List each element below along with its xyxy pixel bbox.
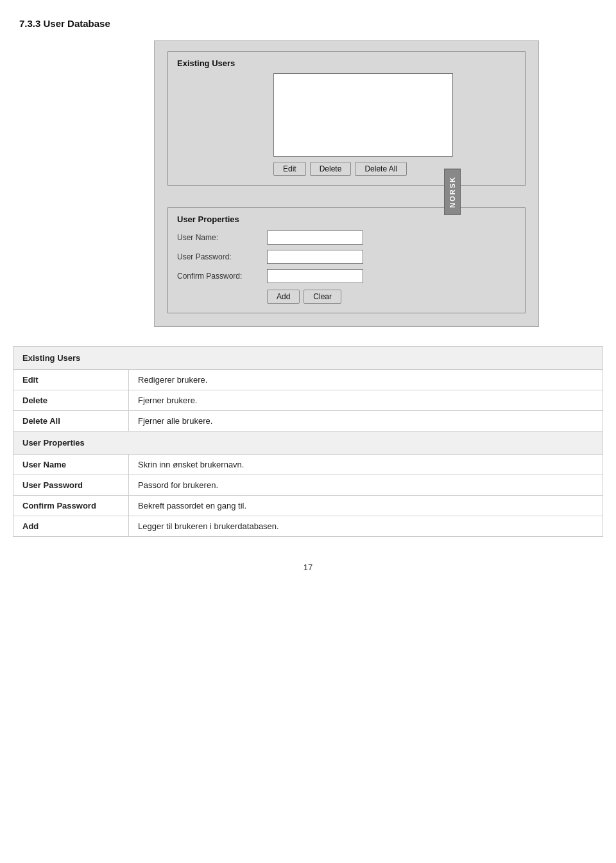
row-description: Skrin inn ønsket brukernavn. (129, 455, 603, 475)
page-number: 17 (0, 562, 616, 591)
row-label: Delete All (13, 411, 129, 432)
table-row: DeleteFjerner brukere. (13, 390, 603, 411)
existing-users-buttons: Edit Delete Delete All (273, 162, 516, 176)
section-existing-users: Existing Users (13, 347, 603, 370)
confirm-row: Confirm Password: (177, 269, 516, 283)
edit-button[interactable]: Edit (273, 162, 306, 176)
username-input[interactable] (267, 231, 363, 245)
row-description: Fjerner alle brukere. (129, 411, 603, 432)
user-properties-buttons: Add Clear (267, 290, 516, 304)
screenshot-panel: Existing Users Edit Delete Delete All Us… (154, 40, 539, 327)
table-row: Confirm PasswordBekreft passordet en gan… (13, 496, 603, 516)
row-label: Delete (13, 390, 129, 411)
table-row: User NameSkrin inn ønsket brukernavn. (13, 455, 603, 475)
row-label: User Name (13, 455, 129, 475)
table-row: User PasswordPassord for brukeren. (13, 475, 603, 496)
row-description: Legger til brukeren i brukerdatabasen. (129, 516, 603, 537)
password-row: User Password: (177, 250, 516, 264)
table-row: EditRedigerer brukere. (13, 370, 603, 390)
username-row: User Name: (177, 231, 516, 245)
table-row: AddLegger til brukeren i brukerdatabasen… (13, 516, 603, 537)
row-description: Fjerner brukere. (129, 390, 603, 411)
add-button[interactable]: Add (267, 290, 300, 304)
password-input[interactable] (267, 250, 363, 264)
row-label: Confirm Password (13, 496, 129, 516)
norsk-tab: NORSK (444, 169, 461, 215)
row-label: Edit (13, 370, 129, 390)
clear-button[interactable]: Clear (304, 290, 341, 304)
section-user-properties: User Properties (13, 432, 603, 455)
existing-users-title: Existing Users (177, 58, 516, 68)
delete-all-button[interactable]: Delete All (355, 162, 407, 176)
user-properties-title: User Properties (177, 214, 516, 224)
row-description: Redigerer brukere. (129, 370, 603, 390)
description-table-wrap: Existing UsersEditRedigerer brukere.Dele… (13, 346, 603, 537)
row-label: User Password (13, 475, 129, 496)
existing-users-box: Existing Users Edit Delete Delete All (167, 51, 526, 186)
users-listbox[interactable] (273, 73, 453, 157)
table-row: Delete AllFjerner alle brukere. (13, 411, 603, 432)
username-label: User Name: (177, 233, 267, 242)
delete-button[interactable]: Delete (310, 162, 352, 176)
page-heading: 7.3.3 User Database (0, 0, 616, 40)
confirm-label: Confirm Password: (177, 272, 267, 281)
row-description: Bekreft passordet en gang til. (129, 496, 603, 516)
confirm-input[interactable] (267, 269, 363, 283)
row-label: Add (13, 516, 129, 537)
row-description: Passord for brukeren. (129, 475, 603, 496)
password-label: User Password: (177, 252, 267, 261)
user-properties-box: User Properties User Name: User Password… (167, 207, 526, 313)
description-table: Existing UsersEditRedigerer brukere.Dele… (13, 346, 603, 537)
